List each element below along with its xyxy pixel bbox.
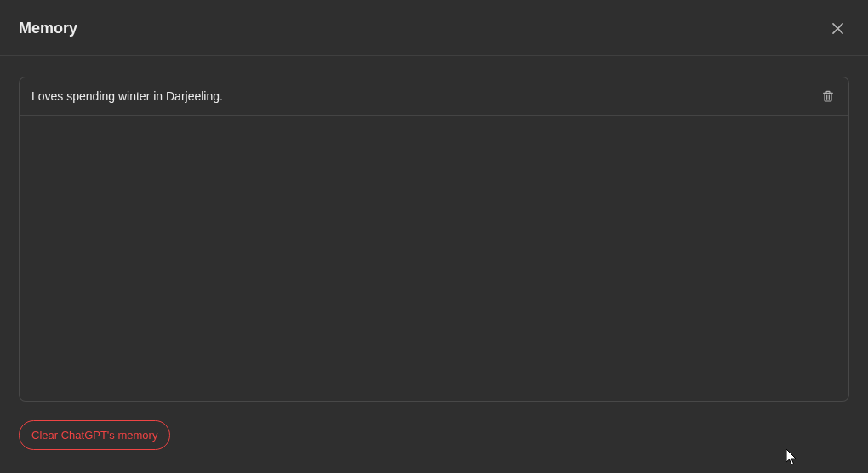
close-button[interactable] bbox=[826, 17, 849, 40]
modal-title: Memory bbox=[19, 20, 77, 37]
memory-list: Loves spending winter in Darjeeling. bbox=[19, 77, 849, 402]
modal-footer: Clear ChatGPT's memory bbox=[0, 402, 868, 450]
close-icon bbox=[830, 20, 846, 37]
delete-memory-button[interactable] bbox=[819, 88, 837, 105]
modal-header: Memory bbox=[0, 0, 868, 56]
clear-memory-button[interactable]: Clear ChatGPT's memory bbox=[19, 420, 170, 450]
memory-text: Loves spending winter in Darjeeling. bbox=[31, 89, 223, 103]
memory-item: Loves spending winter in Darjeeling. bbox=[20, 77, 848, 116]
mouse-cursor bbox=[786, 449, 800, 466]
trash-icon bbox=[821, 89, 835, 103]
modal-content: Loves spending winter in Darjeeling. bbox=[0, 56, 868, 402]
